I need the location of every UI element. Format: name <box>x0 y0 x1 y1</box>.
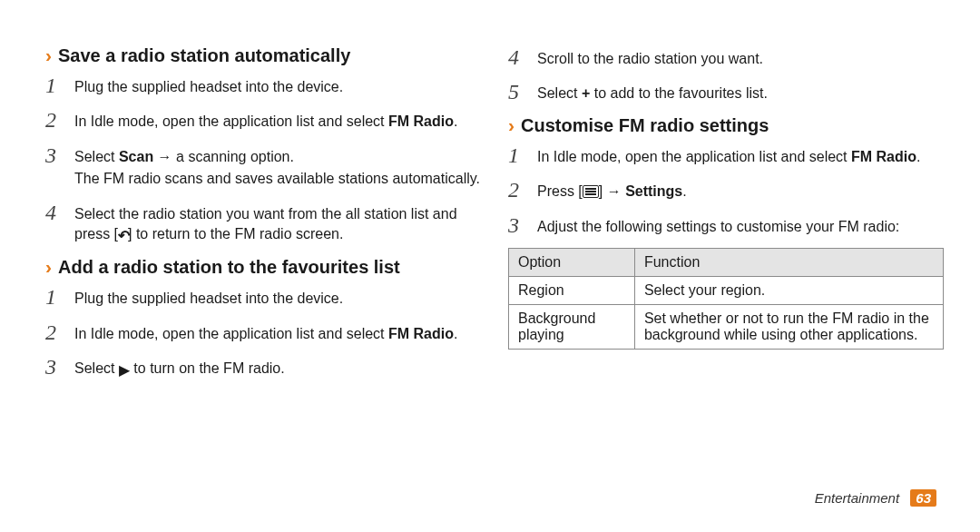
steps-add-favourite: Plug the supplied headset into the devic… <box>45 285 481 382</box>
settings-table: Option Function Region Select your regio… <box>508 248 944 350</box>
heading-save-station: › Save a radio station automatically <box>45 45 481 66</box>
step-text: . <box>454 326 457 341</box>
steps-customise-settings: In Idle mode, open the application list … <box>508 143 944 239</box>
step: Adjust the following settings to customi… <box>508 213 944 239</box>
step-bold: Scan <box>119 149 153 164</box>
left-column: › Save a radio station automatically Plu… <box>45 45 481 392</box>
step-text: Scroll to the radio station you want. <box>537 51 763 66</box>
step-aux: The FM radio scans and saves available s… <box>74 169 481 189</box>
step: Plug the supplied headset into the devic… <box>45 285 481 310</box>
table-header-option: Option <box>509 248 635 276</box>
step-text: to add to the favourites list. <box>590 85 768 101</box>
heading-customise-settings: › Customise FM radio settings <box>508 115 944 136</box>
table-cell-option: Background playing <box>509 304 635 349</box>
step: Select Scan → a scanning option. The FM … <box>45 143 481 192</box>
footer-page-number: 63 <box>910 489 936 507</box>
step-text: . <box>682 183 686 199</box>
heading-text: Add a radio station to the favourites li… <box>58 257 400 278</box>
step-text: In Idle mode, open the application list … <box>537 149 851 164</box>
step: In Idle mode, open the application list … <box>45 108 481 133</box>
footer-section: Entertainment <box>815 490 899 506</box>
step-text: Select <box>74 360 119 376</box>
steps-add-favourite-cont: Scroll to the radio station you want. Se… <box>508 45 944 106</box>
step-text: . <box>454 113 457 129</box>
heading-text: Customise FM radio settings <box>521 115 769 136</box>
table-cell-function: Set whether or not to run the FM radio i… <box>634 304 943 349</box>
heading-text: Save a radio station automatically <box>58 45 350 66</box>
back-icon: ↶ <box>118 226 128 246</box>
step-text: . <box>916 149 920 164</box>
table-cell-option: Region <box>509 276 635 304</box>
step-bold: FM Radio <box>388 113 454 129</box>
menu-icon <box>583 185 599 199</box>
step: Select the radio station you want from t… <box>45 201 481 249</box>
step: In Idle mode, open the application list … <box>45 320 481 346</box>
step-text: Select <box>537 85 582 101</box>
table-cell-function: Select your region. <box>634 276 943 304</box>
table-row: Region Select your region. <box>509 276 944 304</box>
step-text: to turn on the FM radio. <box>130 360 285 376</box>
step: Press [] → Settings. <box>508 178 944 203</box>
play-icon: ▶ <box>119 360 130 380</box>
table-header-function: Function <box>634 248 943 276</box>
right-column: Scroll to the radio station you want. Se… <box>508 45 944 392</box>
table-header-row: Option Function <box>509 248 944 276</box>
heading-add-favourite: › Add a radio station to the favourites … <box>45 257 481 278</box>
step-text: Select <box>74 149 119 164</box>
step-bold: + <box>582 85 590 101</box>
step-text: ] → <box>599 183 625 199</box>
step: Plug the supplied headset into the devic… <box>45 74 481 99</box>
steps-save-station: Plug the supplied headset into the devic… <box>45 74 481 248</box>
chevron-icon: › <box>508 115 514 134</box>
step-text: Press [ <box>537 183 583 199</box>
chevron-icon: › <box>45 45 51 64</box>
step: Select + to add to the favourites list. <box>508 80 944 105</box>
step: Select ▶ to turn on the FM radio. <box>45 355 481 382</box>
step-text: → a scanning option. <box>153 149 294 164</box>
step-bold: FM Radio <box>851 149 916 164</box>
step: Scroll to the radio station you want. <box>508 45 944 71</box>
page-footer: Entertainment 63 <box>815 489 936 507</box>
chevron-icon: › <box>45 257 51 276</box>
step-text: ] to return to the FM radio screen. <box>128 226 343 241</box>
step-text: Plug the supplied headset into the devic… <box>74 79 343 94</box>
step-text: Adjust the following settings to customi… <box>537 219 899 234</box>
step-bold: FM Radio <box>388 326 454 341</box>
table-row: Background playing Set whether or not to… <box>509 304 944 349</box>
step-bold: Settings <box>625 183 682 199</box>
step-text: Plug the supplied headset into the devic… <box>74 291 343 306</box>
step-text: In Idle mode, open the application list … <box>74 113 388 129</box>
step-text: In Idle mode, open the application list … <box>74 326 388 341</box>
step: In Idle mode, open the application list … <box>508 143 944 169</box>
